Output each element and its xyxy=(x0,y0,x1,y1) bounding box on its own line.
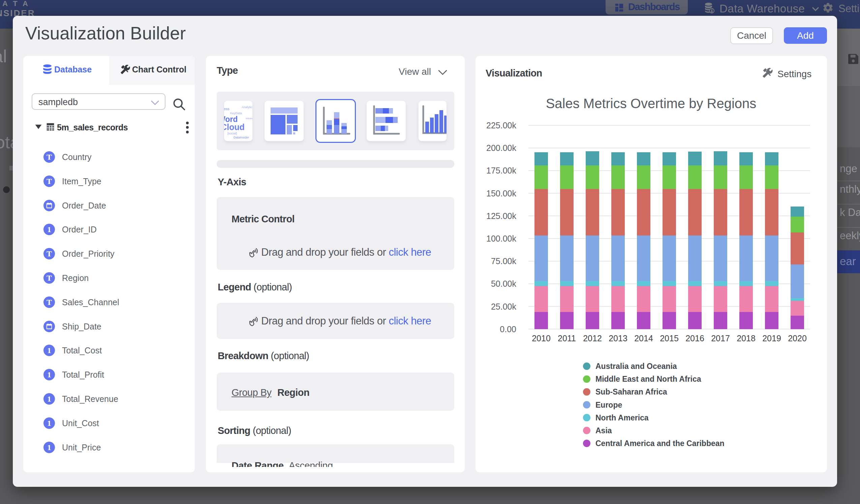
svg-text:2013: 2013 xyxy=(608,333,628,343)
svg-text:2010: 2010 xyxy=(532,333,551,343)
svg-text:2011: 2011 xyxy=(558,333,576,343)
svg-text:2020: 2020 xyxy=(788,333,807,343)
svg-text:150.00k: 150.00k xyxy=(486,189,516,198)
svg-text:225.00k: 225.00k xyxy=(486,120,516,130)
svg-text:2019: 2019 xyxy=(762,333,781,343)
svg-text:2015: 2015 xyxy=(660,333,679,343)
svg-text:0.00: 0.00 xyxy=(500,325,516,334)
svg-text:Central America and the Caribb: Central America and the Caribbean xyxy=(596,439,725,448)
svg-text:25.00k: 25.00k xyxy=(491,302,517,311)
svg-text:2012: 2012 xyxy=(583,333,602,343)
svg-text:Asia: Asia xyxy=(596,426,612,435)
svg-text:50.00k: 50.00k xyxy=(491,279,517,288)
svg-text:100.00k: 100.00k xyxy=(486,234,516,243)
svg-text:2018: 2018 xyxy=(737,333,756,343)
svg-text:Australia and Oceania: Australia and Oceania xyxy=(596,362,677,371)
svg-text:2016: 2016 xyxy=(685,333,704,343)
svg-text:200.00k: 200.00k xyxy=(486,143,516,153)
svg-text:75.00k: 75.00k xyxy=(491,256,517,266)
svg-text:175.00k: 175.00k xyxy=(486,166,516,175)
svg-text:Sales Metrics Overtime by Regi: Sales Metrics Overtime by Regions xyxy=(546,96,757,111)
svg-text:Middle East and North Africa: Middle East and North Africa xyxy=(596,375,701,384)
svg-text:2017: 2017 xyxy=(711,333,730,343)
svg-text:North America: North America xyxy=(596,413,649,422)
svg-text:2014: 2014 xyxy=(634,333,653,343)
svg-text:125.00k: 125.00k xyxy=(486,211,516,221)
svg-text:Sub-Saharan Africa: Sub-Saharan Africa xyxy=(596,387,667,396)
svg-text:Europe: Europe xyxy=(596,401,622,409)
